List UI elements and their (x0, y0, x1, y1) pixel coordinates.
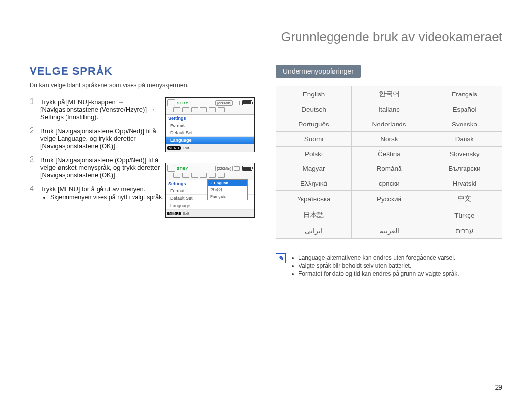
recording-status: STBY (177, 166, 188, 171)
toolbar-icon (209, 173, 216, 178)
toolbar-icon (218, 107, 225, 112)
language-cell: Čeština (352, 147, 427, 161)
toolbar-icon (218, 173, 225, 178)
toolbar-icon (173, 173, 180, 178)
menu-item-format: Format (166, 122, 254, 129)
toolbar-icon (191, 173, 198, 178)
menu-item-defaultset: Default Set (166, 129, 254, 137)
toolbar-icon (200, 173, 207, 178)
step-text: Bruk [Navigasjonstastene Opp/Ned)] til å… (40, 127, 166, 150)
language-cell: Dansk (427, 132, 502, 147)
section-intro: Du kan velge blant språkene som vises på… (30, 82, 256, 89)
toolbar-icon (173, 107, 180, 112)
step-text: Bruk [Navigasjonstastene (Opp/Ned)] til … (40, 156, 166, 179)
toolbar-icon (191, 107, 198, 112)
toolbar-icon (200, 107, 207, 112)
language-cell: English (276, 86, 352, 102)
language-cell: Nederlands (352, 117, 427, 132)
language-cell: 日本語 (276, 207, 352, 223)
chapter-title: Grunnleggende bruk av videokameraet (30, 30, 502, 50)
language-cell: Deutsch (276, 102, 352, 117)
exit-label: Exit (183, 211, 189, 216)
exit-label: Exit (183, 146, 189, 150)
language-cell: עברית (427, 223, 502, 239)
language-cell: Türkçe (427, 207, 502, 223)
page-number: 29 (495, 383, 502, 391)
language-cell: Українська (276, 191, 352, 207)
language-cell: Norsk (352, 132, 427, 147)
menu-key-icon: MENU (167, 212, 181, 215)
language-cell: Polski (276, 147, 352, 161)
language-dropdown: English 한국어 Français (207, 179, 248, 200)
section-title: VELGE SPRÅK (30, 65, 256, 78)
menu-item-language: Language (166, 202, 254, 210)
language-cell: Română (352, 161, 427, 176)
language-cell: Slovensky (427, 147, 502, 161)
language-cell: 中文 (427, 191, 502, 207)
language-cell: Hrvatski (427, 176, 502, 191)
lcd-screen-2: STBY [220Min] Settings Format Default Se… (165, 163, 255, 218)
mini-icon (234, 166, 240, 171)
language-cell: Ελληνικά (276, 176, 352, 191)
settings-tab: Settings (166, 115, 254, 122)
language-cell: Français (427, 86, 502, 102)
language-table: English한국어FrançaisDeutschItalianoEspañol… (276, 86, 502, 239)
language-cell: ایرانی (276, 223, 352, 239)
language-cell: Português (276, 117, 352, 132)
step-text: Trykk [MENU] for å gå ut av menyen. (40, 186, 166, 193)
language-cell: Български (427, 161, 502, 176)
toolbar-icon (182, 173, 189, 178)
toolbar-icon (182, 107, 189, 112)
language-cell: Suomi (276, 132, 352, 147)
dropdown-item-korean: 한국어 (208, 186, 247, 193)
battery-icon (242, 166, 252, 171)
note-item: Valgte språk blir beholdt selv uten batt… (299, 262, 459, 269)
lcd-figures: STBY [220Min] Settings Format Default Se… (165, 97, 255, 218)
note-icon: ✎ (276, 253, 286, 263)
step-text: Trykk på [MENU]-knappen → [Navigasjonsta… (40, 98, 166, 121)
language-cell (352, 207, 427, 223)
note-block: ✎ Language-alternativene kan endres uten… (276, 253, 502, 278)
language-cell: Magyar (276, 161, 352, 176)
note-item: Formatet for dato og tid kan endres på g… (299, 270, 459, 277)
lcd-screen-1: STBY [220Min] Settings Format Default Se… (165, 97, 255, 152)
language-cell: Español (427, 102, 502, 117)
language-cell: Русский (352, 191, 427, 207)
recording-status: STBY (177, 101, 188, 105)
language-cell: العربیة (352, 223, 427, 239)
dropdown-item-english: English (208, 180, 247, 186)
language-cell: Italiano (352, 102, 427, 117)
remaining-time: [220Min] (215, 166, 233, 171)
toolbar-icon (209, 107, 216, 112)
menu-item-language-selected: Language (166, 137, 254, 144)
remaining-time: [220Min] (215, 100, 233, 106)
sd-card-icon (167, 99, 175, 106)
dropdown-item-french: Français (208, 193, 247, 200)
note-item: Language-alternativene kan endres uten f… (299, 254, 459, 261)
language-cell: српски (352, 176, 427, 191)
mini-icon (234, 101, 240, 105)
language-cell: Svenska (427, 117, 502, 132)
menu-key-icon: MENU (167, 146, 181, 150)
language-cell: 한국어 (352, 86, 427, 102)
notes-list: Language-alternativene kan endres uten f… (291, 253, 459, 278)
battery-icon (242, 100, 252, 105)
submenu-options-label: Undermenyoppføringer (276, 65, 361, 78)
sd-card-icon (167, 165, 175, 172)
